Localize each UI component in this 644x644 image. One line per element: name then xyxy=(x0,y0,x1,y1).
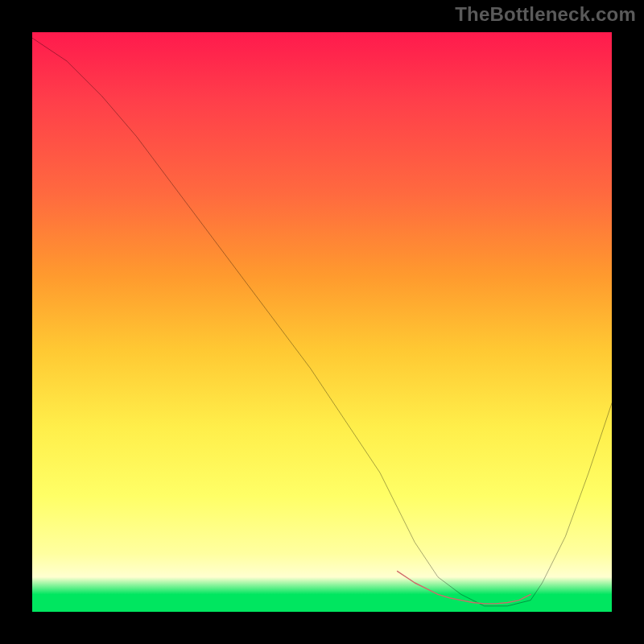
watermark-text: TheBottleneck.com xyxy=(455,3,636,26)
curve-layer xyxy=(32,32,612,612)
chart-frame: TheBottleneck.com xyxy=(0,0,644,644)
bottleneck-curve xyxy=(32,38,612,606)
optimal-segment xyxy=(398,572,531,604)
plot-area xyxy=(32,32,612,612)
